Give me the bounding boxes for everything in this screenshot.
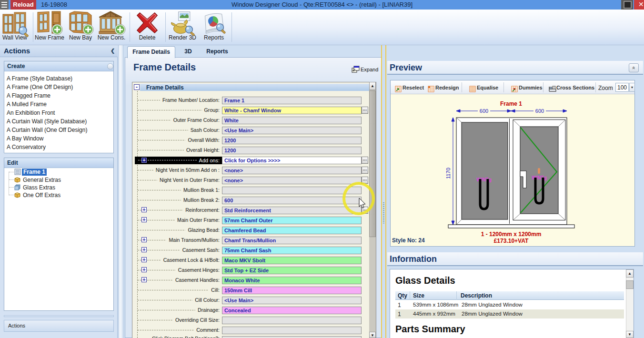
svg-text:600: 600 — [480, 108, 488, 114]
svg-text:600: 600 — [535, 108, 544, 114]
svg-text:1170: 1170 — [445, 168, 451, 179]
svg-text:W/NTg: W/NTg — [532, 175, 547, 180]
svg-text:W/NTg: W/NTg — [476, 177, 492, 182]
